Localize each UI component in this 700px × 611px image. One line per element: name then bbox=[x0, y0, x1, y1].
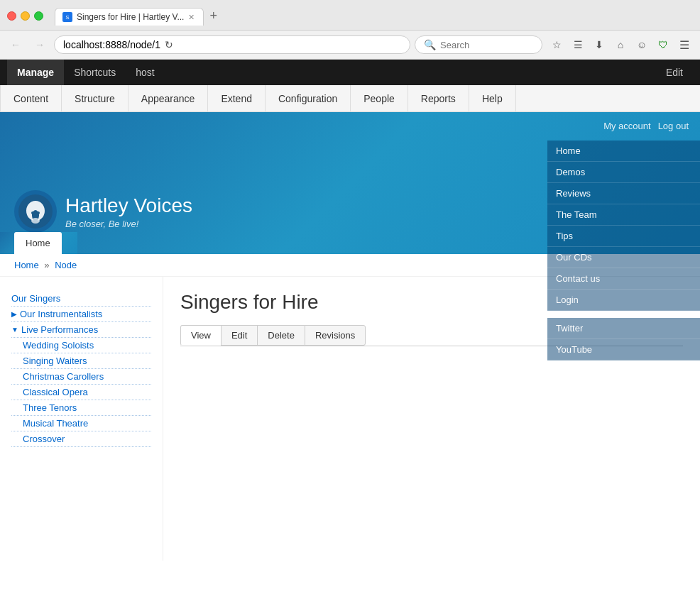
tab-delete[interactable]: Delete bbox=[257, 325, 305, 346]
tab-view[interactable]: View bbox=[180, 325, 222, 346]
close-window-button[interactable] bbox=[7, 11, 16, 21]
tab-title: Singers for Hire | Hartley V... bbox=[77, 12, 184, 22]
reader-icon[interactable]: ☰ bbox=[568, 35, 588, 55]
search-input[interactable] bbox=[440, 40, 533, 50]
site-name-block: Hartley Voices Be closer, Be live! bbox=[65, 194, 192, 229]
right-nav-tips[interactable]: Tips bbox=[547, 226, 700, 247]
admin-edit-item[interactable]: Edit bbox=[656, 60, 693, 85]
sidebar-live-performances[interactable]: ▼ Live Performances bbox=[11, 322, 151, 338]
sidebar-classical-opera[interactable]: Classical Opera bbox=[11, 385, 151, 400]
page-tabs-bar: Home bbox=[0, 232, 77, 254]
logout-link[interactable]: Log out bbox=[658, 121, 689, 131]
search-icon: 🔍 bbox=[424, 39, 436, 50]
menu-extend[interactable]: Extend bbox=[208, 85, 266, 111]
address-bar[interactable]: localhost:8888/node/1 ↻ bbox=[54, 35, 410, 54]
menu-reports[interactable]: Reports bbox=[408, 85, 469, 111]
sidebar-instrumentalists-label: Our Instrumentalists bbox=[20, 309, 102, 319]
menu-configuration[interactable]: Configuration bbox=[266, 85, 351, 111]
home-icon[interactable]: ⌂ bbox=[611, 35, 630, 55]
svg-point-3 bbox=[37, 211, 40, 214]
minimize-window-button[interactable] bbox=[21, 11, 30, 21]
user-links: My account Log out bbox=[603, 121, 689, 131]
menu-content[interactable]: Content bbox=[0, 85, 62, 111]
search-bar: 🔍 bbox=[415, 35, 542, 54]
right-nav-home[interactable]: Home bbox=[547, 141, 700, 162]
tab-edit[interactable]: Edit bbox=[221, 325, 258, 346]
right-nav-youtube[interactable]: YouTube bbox=[547, 339, 700, 360]
menu-bar: Content Structure Appearance Extend Conf… bbox=[0, 85, 700, 112]
download-icon[interactable]: ⬇ bbox=[589, 35, 609, 55]
bookmark-icon[interactable]: ☆ bbox=[547, 35, 567, 55]
menu-help[interactable]: Help bbox=[469, 85, 516, 111]
right-nav-twitter[interactable]: Twitter bbox=[547, 318, 700, 339]
right-nav: Home Demos Reviews The Team Tips Our CDs… bbox=[547, 141, 700, 362]
sidebar-three-tenors[interactable]: Three Tenors bbox=[11, 400, 151, 416]
site-name[interactable]: Hartley Voices bbox=[65, 194, 192, 217]
admin-manage-item[interactable]: Manage bbox=[7, 60, 64, 85]
sidebar-crossover[interactable]: Crossover bbox=[11, 431, 151, 447]
browser-chrome: S Singers for Hire | Hartley V... ✕ + ← … bbox=[0, 0, 700, 60]
drupal-logo-icon bbox=[18, 194, 53, 229]
sidebar-singing-waiters[interactable]: Singing Waiters bbox=[11, 353, 151, 369]
refresh-button[interactable]: ↻ bbox=[165, 39, 173, 50]
home-tab[interactable]: Home bbox=[14, 232, 62, 254]
admin-shortcuts-item[interactable]: Shortcuts bbox=[64, 60, 126, 85]
tab-close-button[interactable]: ✕ bbox=[188, 13, 195, 22]
right-nav-contact-us[interactable]: Contact us bbox=[547, 268, 700, 290]
sidebar-our-instrumentalists[interactable]: ▶ Our Instrumentalists bbox=[11, 307, 151, 322]
site-slogan: Be closer, Be live! bbox=[65, 219, 192, 229]
sidebar-our-singers[interactable]: Our Singers bbox=[11, 291, 151, 307]
svg-point-2 bbox=[31, 211, 34, 214]
browser-tab[interactable]: S Singers for Hire | Hartley V... ✕ bbox=[55, 8, 204, 26]
right-nav-reviews[interactable]: Reviews bbox=[547, 183, 700, 204]
sidebar-christmas-carollers[interactable]: Christmas Carollers bbox=[11, 369, 151, 385]
admin-bar: Manage Shortcuts host Edit bbox=[0, 60, 700, 85]
tab-revisions[interactable]: Revisions bbox=[305, 325, 366, 346]
site-logo[interactable] bbox=[14, 190, 57, 233]
menu-structure[interactable]: Structure bbox=[62, 85, 128, 111]
breadcrumb-home[interactable]: Home bbox=[14, 260, 39, 270]
my-account-link[interactable]: My account bbox=[603, 121, 650, 131]
right-nav-login[interactable]: Login bbox=[547, 290, 700, 311]
chevron-right-icon: ▶ bbox=[11, 310, 17, 318]
address-text: localhost:8888/node/1 bbox=[63, 39, 160, 50]
sidebar-live-performances-label: Live Performances bbox=[21, 324, 98, 335]
new-tab-button[interactable]: + bbox=[204, 6, 223, 26]
toolbar-icons: ☆ ☰ ⬇ ⌂ ☺ 🛡 ☰ bbox=[547, 35, 694, 55]
shield-icon[interactable]: 🛡 bbox=[653, 35, 673, 55]
maximize-window-button[interactable] bbox=[34, 11, 43, 21]
right-nav-the-team[interactable]: The Team bbox=[547, 204, 700, 226]
back-button[interactable]: ← bbox=[6, 35, 26, 55]
svg-point-1 bbox=[31, 218, 40, 224]
profile-icon[interactable]: ☺ bbox=[632, 35, 652, 55]
right-nav-our-cds[interactable]: Our CDs bbox=[547, 247, 700, 268]
right-nav-main: Home Demos Reviews The Team Tips Our CDs… bbox=[547, 141, 700, 311]
breadcrumb-separator: » bbox=[44, 260, 49, 270]
sidebar-musical-theatre[interactable]: Musical Theatre bbox=[11, 416, 151, 431]
breadcrumb-node[interactable]: Node bbox=[55, 260, 77, 270]
sidebar-wedding-soloists[interactable]: Wedding Soloists bbox=[11, 338, 151, 353]
right-nav-demos[interactable]: Demos bbox=[547, 162, 700, 183]
left-sidebar: Our Singers ▶ Our Instrumentalists ▼ Liv… bbox=[0, 277, 163, 561]
right-nav-social: Twitter YouTube bbox=[547, 318, 700, 360]
forward-button[interactable]: → bbox=[30, 35, 50, 55]
menu-appearance[interactable]: Appearance bbox=[128, 85, 209, 111]
chevron-down-icon: ▼ bbox=[11, 326, 18, 334]
admin-host-item[interactable]: host bbox=[126, 60, 164, 85]
menu-people[interactable]: People bbox=[351, 85, 408, 111]
site-header: My account Log out Home Demos Reviews Th… bbox=[0, 112, 700, 254]
menu-button[interactable]: ☰ bbox=[674, 35, 694, 55]
tab-favicon: S bbox=[62, 12, 72, 22]
